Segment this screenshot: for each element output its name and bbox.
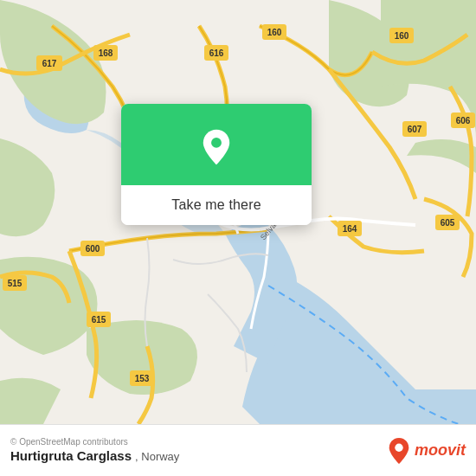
moovit-text: moovit: [415, 441, 466, 460]
copyright-text: © OpenStreetMap contributors: [10, 437, 179, 447]
moovit-pin-icon: [387, 437, 411, 465]
svg-text:153: 153: [135, 374, 150, 383]
popup-card: Take me there: [121, 104, 312, 225]
svg-text:617: 617: [42, 59, 57, 68]
bottom-left: © OpenStreetMap contributors Hurtigruta …: [10, 437, 179, 464]
popup-green-area: [121, 104, 312, 185]
svg-text:160: 160: [267, 28, 282, 37]
place-name: Hurtigruta Carglass: [10, 448, 132, 463]
svg-text:607: 607: [408, 125, 422, 134]
svg-text:160: 160: [395, 31, 409, 41]
svg-text:605: 605: [441, 218, 455, 228]
svg-text:616: 616: [209, 48, 224, 58]
svg-text:606: 606: [456, 116, 471, 125]
bottom-bar: © OpenStreetMap contributors Hurtigruta …: [0, 424, 476, 476]
place-info: Hurtigruta Carglass, Norway: [10, 448, 179, 464]
svg-text:515: 515: [8, 279, 23, 288]
moovit-logo[interactable]: moovit: [387, 437, 466, 465]
place-country: , Norway: [135, 450, 179, 463]
svg-text:168: 168: [99, 48, 113, 58]
map-container: 617 168 616 160 160 607 606 600 164 605 …: [0, 0, 476, 424]
svg-text:164: 164: [343, 224, 357, 234]
svg-point-30: [395, 443, 402, 451]
take-me-there-button[interactable]: Take me there: [121, 185, 312, 225]
svg-point-29: [211, 138, 222, 148]
svg-text:615: 615: [92, 315, 106, 325]
svg-text:600: 600: [86, 244, 100, 254]
location-pin-icon: [197, 128, 235, 166]
